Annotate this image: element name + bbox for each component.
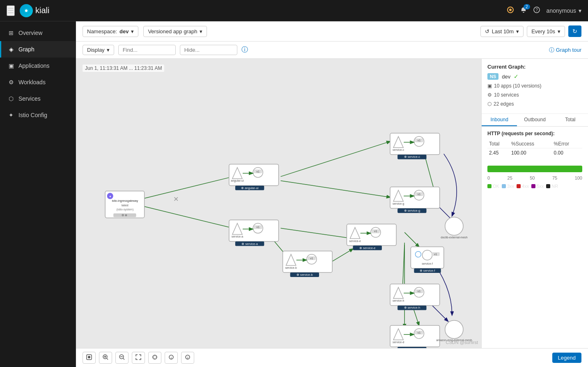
hide-input[interactable]	[180, 45, 237, 55]
svg-text:service-b: service-b	[285, 266, 297, 269]
overview-icon: ⊞	[8, 30, 14, 36]
time-range-selector[interactable]: ↺ Last 10m ▾	[480, 26, 524, 37]
svg-text:✦: ✦	[109, 195, 112, 199]
zoom-out-button[interactable]	[115, 352, 129, 364]
graph-tour-icon: ⓘ	[549, 46, 554, 54]
right-panel: Current Graph: NS dev ✓ ▣ 10 apps (10 ve…	[481, 59, 588, 348]
node-labels-1-button[interactable]: 1	[165, 352, 178, 364]
svg-point-114	[88, 356, 90, 358]
display-label: Display	[87, 47, 105, 53]
svg-text:✕: ✕	[173, 195, 179, 203]
svg-text:v1: v1	[256, 226, 260, 229]
svg-text:service-a: service-a	[232, 235, 243, 238]
namespace-health-icon: ✓	[514, 73, 519, 80]
sidebar: ⊞ Overview ◈ Graph ▣ Applications ⚙ Work…	[0, 21, 76, 367]
tab-inbound[interactable]: Inbound	[482, 114, 517, 126]
label-75: 75	[552, 175, 557, 180]
5xx-dot	[531, 184, 535, 188]
refresh-button[interactable]: ↻	[568, 25, 581, 37]
graph-area[interactable]: Jun 1, 11:13:31 AM ... 11:23:31 AM	[76, 59, 481, 348]
nr-dot	[546, 184, 550, 188]
expand-button[interactable]	[132, 352, 145, 364]
watermark: CSDN @surfirst	[446, 340, 478, 345]
hamburger-button[interactable]: ☰	[7, 5, 15, 16]
label-0: 0	[487, 175, 490, 180]
namespace-badge: NS	[487, 73, 498, 80]
sidebar-item-label: Overview	[18, 30, 42, 36]
refresh-interval-selector[interactable]: Every 10s ▾	[527, 26, 565, 37]
edges-icon: ⬡	[487, 101, 492, 107]
services-info-icon: ⚙	[487, 92, 492, 98]
node-labels-button[interactable]	[148, 352, 161, 364]
top-navigation: ☰ kiali 2 ? anonymous ▾	[0, 0, 588, 21]
val-error: 0.00	[552, 148, 582, 158]
services-icon: ⬡	[8, 95, 14, 102]
workloads-icon: ⚙	[8, 79, 14, 85]
sidebar-item-services[interactable]: ⬡ Services	[0, 90, 76, 107]
namespace-selector[interactable]: Namespace: dev ▾	[83, 26, 138, 37]
fit-graph-button[interactable]	[83, 352, 96, 364]
help-button[interactable]: ?	[533, 7, 540, 15]
graph-timestamp: Jun 1, 11:13:31 AM ... 11:23:31 AM	[83, 65, 164, 72]
svg-text:⊕ service-c: ⊕ service-c	[404, 155, 420, 159]
user-menu-button[interactable]: anonymous ▾	[547, 7, 581, 14]
svg-text:⊕ service-b: ⊕ service-b	[296, 273, 313, 277]
legend-ok: OK	[487, 184, 499, 189]
svg-line-14	[332, 249, 353, 261]
legend-5xx: 5xx	[531, 184, 544, 189]
nr-label: NR	[551, 184, 558, 189]
svg-text:v1: v1	[418, 193, 421, 196]
svg-text:v1: v1	[434, 253, 437, 256]
legend-button[interactable]: Legend	[552, 353, 581, 363]
node-labels-2-button[interactable]: 2	[181, 352, 194, 364]
find-input[interactable]	[118, 45, 176, 55]
sidebar-item-istio-config[interactable]: ✦ Istio Config	[0, 107, 76, 123]
notification-badge: 2	[524, 4, 530, 9]
user-chevron-icon: ▾	[579, 7, 581, 14]
svg-text:⊕ service-g: ⊕ service-g	[404, 209, 420, 212]
svg-text:⊕ angular-ui: ⊕ angular-ui	[241, 186, 259, 190]
notifications-button[interactable]: 2	[520, 7, 527, 15]
graph-tour-link[interactable]: ⓘ Graph tour	[549, 46, 581, 54]
status-icon-button[interactable]	[507, 7, 514, 15]
toolbar-right: ↺ Last 10m ▾ Every 10s ▾ ↻	[480, 25, 581, 37]
bottom-toolbar: 1 2 Legend	[76, 348, 588, 367]
namespace-value: dev	[119, 28, 129, 35]
4xx-label: 4xx	[522, 184, 529, 189]
svg-text:angular-ui: angular-ui	[231, 179, 244, 182]
current-graph-section: Current Graph: NS dev ✓ ▣ 10 apps (10 ve…	[482, 59, 588, 114]
svg-text:service-d: service-d	[393, 341, 404, 344]
namespace-info: ▣ 10 apps (10 versions) ⚙ 10 services ⬡ …	[487, 83, 582, 108]
info-icon[interactable]: ⓘ	[241, 46, 248, 54]
display-button[interactable]: Display ▾	[83, 45, 114, 55]
sidebar-item-overview[interactable]: ⊞ Overview	[0, 25, 76, 41]
sidebar-item-workloads[interactable]: ⚙ Workloads	[0, 74, 76, 90]
progress-section: 0 25 50 75 100 OK 3xx	[482, 162, 588, 193]
col-success: %Success	[510, 140, 552, 148]
col-error: %Error	[552, 140, 582, 148]
label-25: 25	[508, 175, 512, 180]
svg-text:v1: v1	[418, 290, 421, 293]
http-title: HTTP (requests per second):	[487, 131, 582, 136]
svg-text:v1: v1	[418, 331, 421, 334]
zoom-in-button[interactable]	[99, 352, 112, 364]
svg-text:⊕ service-a: ⊕ service-a	[241, 242, 258, 246]
logo-text: kiali	[35, 6, 49, 15]
secondary-toolbar: Display ▾ ⓘ ⓘ Graph tour	[76, 42, 588, 59]
namespace-name: dev	[502, 74, 510, 80]
progress-bar	[487, 166, 582, 172]
graph-type-selector[interactable]: Versioned app graph ▾	[143, 26, 207, 37]
val-total: 2.45	[487, 148, 510, 158]
svg-point-108	[445, 217, 463, 235]
sidebar-item-applications[interactable]: ▣ Applications	[0, 58, 76, 74]
tab-outbound[interactable]: Outbound	[517, 114, 552, 126]
svg-line-12	[281, 228, 353, 238]
sidebar-item-graph[interactable]: ◈ Graph	[0, 41, 76, 58]
svg-text:⊕ service-f: ⊕ service-f	[420, 269, 435, 272]
sidebar-item-label: Services	[18, 95, 41, 102]
tab-total[interactable]: Total	[553, 114, 588, 126]
svg-point-84	[415, 252, 421, 257]
graph-tour-label: Graph tour	[556, 47, 581, 53]
svg-text:⊕ service-e: ⊕ service-e	[359, 246, 376, 250]
svg-text:⊕ service-h: ⊕ service-h	[404, 306, 420, 309]
